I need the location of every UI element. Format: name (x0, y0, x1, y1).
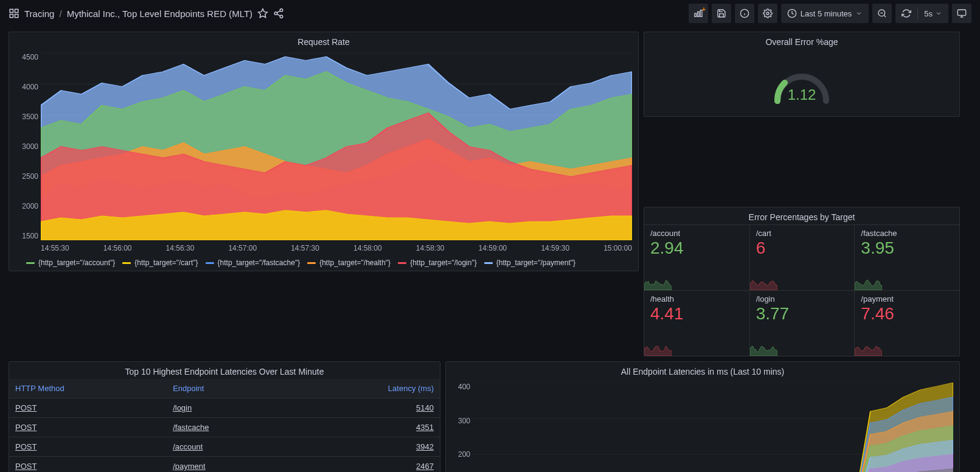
panel-all-latencies[interactable]: All Endpoint Latencies in ms (Last 10 mi… (445, 361, 960, 472)
cell-endpoint[interactable]: /account (173, 442, 203, 451)
refresh-interval-label: 5s (924, 9, 933, 18)
star-icon[interactable] (257, 8, 268, 19)
svg-point-7 (280, 15, 283, 18)
error-target-value: 3.77 (756, 305, 849, 324)
legend-item[interactable]: {http_target="/account"} (26, 259, 115, 267)
y-axis-ticks: 4003002001000 (452, 383, 470, 472)
sparkline (855, 328, 882, 356)
cell-endpoint[interactable]: /payment (173, 462, 205, 471)
gauge-value: 1.12 (788, 86, 816, 103)
table-row: POST /payment 2467 (9, 457, 440, 473)
breadcrumb: Tracing / Mythical Inc., Top Level Endpo… (9, 8, 284, 19)
cell-latency[interactable]: 4351 (416, 423, 434, 432)
panel-title: Error Percentages by Target (644, 207, 959, 224)
request-rate-plot (41, 53, 632, 240)
svg-rect-1 (15, 9, 18, 12)
table-row: POST /login 5140 (9, 398, 440, 418)
table-row: POST /account 3942 (9, 437, 440, 457)
error-target-cell[interactable]: /login 3.77 (749, 290, 855, 356)
error-target-label: /payment (861, 294, 953, 304)
breadcrumb-root[interactable]: Tracing (24, 9, 54, 19)
panel-title: All Endpoint Latencies in ms (Last 10 mi… (446, 362, 959, 379)
chart-area[interactable]: 4500400035003000250020001500 14:55:3014:… (15, 53, 632, 255)
sparkline (855, 263, 882, 290)
svg-rect-12 (700, 10, 702, 17)
error-target-cell[interactable]: /payment 7.46 (854, 290, 959, 356)
panel-title: Top 10 Highest Endpoint Latencies Over L… (9, 362, 440, 379)
svg-marker-4 (259, 9, 268, 18)
error-target-cell[interactable]: /account 2.94 (644, 224, 749, 290)
dashboard-grid-icon[interactable] (9, 8, 19, 19)
svg-rect-3 (15, 15, 18, 18)
svg-point-6 (274, 12, 277, 15)
legend-item[interactable]: {http_target="/fastcache"} (206, 259, 301, 267)
gauge: 1.12 (644, 49, 959, 116)
cell-method[interactable]: POST (15, 403, 36, 412)
svg-line-8 (277, 11, 280, 13)
time-range-picker[interactable]: Last 5 minutes (781, 4, 869, 23)
error-target-cell[interactable]: /health 4.41 (644, 290, 749, 356)
svg-rect-0 (10, 9, 13, 12)
cell-latency[interactable]: 3942 (416, 442, 434, 451)
svg-line-19 (884, 15, 886, 17)
error-target-label: /login (756, 294, 849, 304)
cell-latency[interactable]: 2467 (416, 462, 434, 471)
info-button[interactable] (735, 4, 754, 23)
legend-label: {http_target="/health"} (319, 259, 391, 267)
error-target-cell[interactable]: /cart 6 (749, 224, 855, 290)
cell-method[interactable]: POST (15, 423, 36, 432)
zoom-out-button[interactable] (872, 4, 892, 23)
cell-method[interactable]: POST (15, 462, 36, 471)
add-panel-button[interactable] (689, 4, 708, 23)
legend-item[interactable]: {http_target="/health"} (307, 259, 391, 267)
dashboard-title[interactable]: Mythical Inc., Top Level Endpoints RED (… (67, 9, 252, 19)
error-target-value: 7.46 (861, 305, 953, 324)
legend-item[interactable]: {http_target="/payment"} (484, 259, 575, 267)
save-button[interactable] (712, 4, 731, 23)
table-header[interactable]: Latency (ms) (291, 379, 440, 398)
tv-mode-button[interactable] (952, 4, 971, 23)
cell-endpoint[interactable]: /login (173, 403, 192, 412)
error-target-value: 2.94 (650, 239, 743, 258)
svg-rect-10 (695, 13, 697, 16)
toolbar: Last 5 minutes 5s (689, 4, 971, 23)
latencies-plot (473, 383, 953, 472)
legend: {http_target="/account"}{http_target="/c… (9, 257, 638, 271)
refresh-icon (902, 9, 911, 18)
sparkline (644, 263, 672, 290)
cell-endpoint[interactable]: /fastcache (173, 423, 209, 432)
error-target-label: /fastcache (861, 229, 953, 238)
cell-latency[interactable]: 5140 (416, 403, 434, 412)
legend-label: {http_target="/payment"} (496, 259, 575, 267)
error-target-label: /health (650, 294, 743, 304)
sparkline (750, 263, 777, 290)
svg-line-9 (277, 14, 280, 16)
legend-label: {http_target="/account"} (38, 259, 115, 267)
svg-point-16 (766, 12, 769, 15)
topbar: Tracing / Mythical Inc., Top Level Endpo… (0, 0, 980, 27)
error-target-value: 3.95 (861, 239, 953, 258)
legend-item[interactable]: {http_target="/login"} (398, 259, 477, 267)
share-icon[interactable] (273, 8, 284, 19)
error-target-value: 4.41 (650, 305, 743, 324)
legend-label: {http_target="/cart"} (134, 259, 198, 267)
panel-title: Request Rate (9, 32, 638, 49)
panel-overall-error[interactable]: Overall Error %age 1.12 (644, 32, 960, 117)
svg-rect-2 (10, 15, 13, 18)
settings-button[interactable] (758, 4, 777, 23)
table-header[interactable]: HTTP Method (9, 379, 167, 398)
x-axis-ticks: 14:55:3014:56:0014:56:3014:57:0014:57:30… (41, 244, 632, 252)
table-header[interactable]: Endpoint (167, 379, 291, 398)
cell-method[interactable]: POST (15, 442, 36, 451)
panel-request-rate[interactable]: Request Rate 450040003500300025002000150… (9, 32, 639, 271)
panel-error-targets[interactable]: Error Percentages by Target /account 2.9… (644, 207, 960, 356)
error-target-cell[interactable]: /fastcache 3.95 (854, 224, 959, 290)
refresh-control[interactable]: 5s (895, 4, 948, 23)
legend-label: {http_target="/fastcache"} (218, 259, 301, 267)
chevron-down-icon (855, 10, 863, 17)
chart-area[interactable]: 4003002001000 14:55:3014:56:0014:56:3014… (452, 383, 953, 472)
error-target-value: 6 (756, 239, 849, 258)
legend-item[interactable]: {http_target="/cart"} (122, 259, 198, 267)
panel-top-latencies[interactable]: Top 10 Highest Endpoint Latencies Over L… (9, 361, 440, 472)
breadcrumb-sep: / (59, 9, 61, 19)
